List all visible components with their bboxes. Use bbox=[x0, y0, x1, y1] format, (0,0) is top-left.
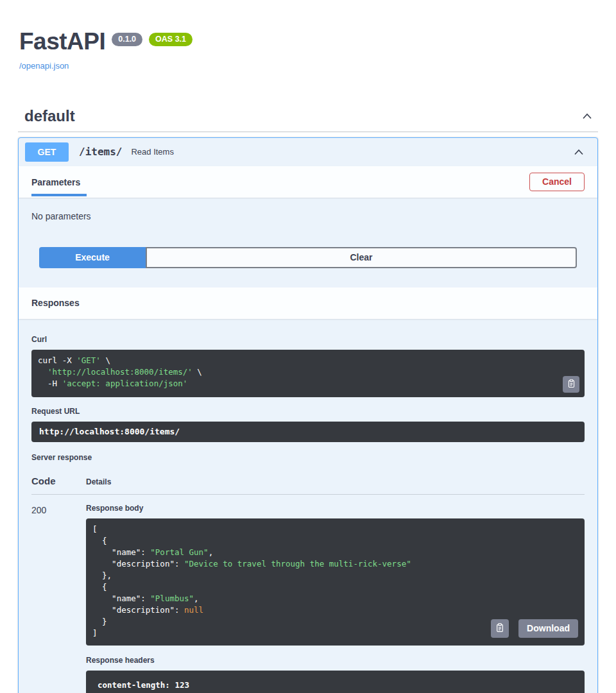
operation-block-get-items: GET /items/ Read Items Parameters Cancel… bbox=[18, 137, 598, 693]
copy-response-button[interactable] bbox=[491, 619, 509, 638]
collapse-operation-button[interactable] bbox=[570, 144, 587, 160]
oas-badge: OAS 3.1 bbox=[149, 33, 193, 46]
chevron-up-icon bbox=[580, 116, 594, 125]
request-url-label: Request URL bbox=[31, 407, 585, 416]
curl-command-block: curl -X 'GET' \ 'http://localhost:8000/i… bbox=[31, 350, 585, 397]
collapse-section-button[interactable] bbox=[579, 108, 595, 124]
download-button[interactable]: Download bbox=[518, 619, 578, 638]
chevron-up-icon bbox=[572, 151, 586, 161]
version-badge: 0.1.0 bbox=[112, 33, 142, 46]
openapi-spec-link[interactable]: /openapi.json bbox=[19, 61, 69, 71]
http-method-badge: GET bbox=[25, 142, 69, 162]
response-headers-label: Response headers bbox=[86, 656, 585, 665]
api-info-header: FastAPI 0.1.0 OAS 3.1 /openapi.json bbox=[18, 30, 598, 71]
execute-row: Execute Clear bbox=[31, 247, 585, 268]
swagger-ui-page: FastAPI 0.1.0 OAS 3.1 /openapi.json defa… bbox=[0, 0, 616, 693]
tab-parameters[interactable]: Parameters bbox=[31, 167, 87, 196]
server-response-label: Server response bbox=[31, 453, 585, 462]
response-row-200: 200 Response body [ { "name": "Portal Gu… bbox=[31, 495, 585, 693]
response-body-label: Response body bbox=[86, 504, 585, 513]
api-title: FastAPI bbox=[19, 30, 105, 55]
execute-button[interactable]: Execute bbox=[39, 247, 146, 268]
clipboard-icon bbox=[495, 622, 505, 635]
code-column-header: Code bbox=[31, 475, 86, 486]
copy-curl-button[interactable] bbox=[563, 376, 579, 393]
curl-command-text: curl -X 'GET' \ 'http://localhost:8000/i… bbox=[38, 355, 578, 389]
parameters-section-header: Parameters Cancel bbox=[19, 166, 597, 198]
response-table-header: Code Details bbox=[31, 468, 585, 495]
tag-section-header[interactable]: default bbox=[18, 103, 598, 132]
tag-section-default: default GET /items/ Read Items Paramet bbox=[18, 103, 598, 693]
tag-name: default bbox=[24, 107, 75, 125]
cancel-button[interactable]: Cancel bbox=[529, 173, 585, 191]
response-headers-text: content-length: 123 content-type: applic… bbox=[98, 679, 573, 693]
response-details-cell: Response body [ { "name": "Portal Gun", … bbox=[86, 504, 585, 693]
operation-summary[interactable]: GET /items/ Read Items bbox=[19, 138, 597, 166]
response-headers-block: content-length: 123 content-type: applic… bbox=[86, 671, 585, 693]
server-response-table: Code Details 200 Response body [ { "name… bbox=[31, 468, 585, 693]
request-url-value: http://localhost:8000/items/ bbox=[31, 422, 585, 442]
operation-description: Read Items bbox=[131, 147, 173, 157]
responses-body: Curl curl -X 'GET' \ 'http://localhost:8… bbox=[19, 319, 597, 693]
parameters-body: No parameters Execute Clear bbox=[19, 198, 597, 287]
details-column-header: Details bbox=[86, 477, 111, 486]
no-parameters-text: No parameters bbox=[31, 211, 585, 221]
response-body-actions: Download bbox=[491, 619, 578, 638]
clipboard-icon bbox=[567, 379, 576, 390]
status-code: 200 bbox=[31, 504, 86, 693]
operation-path: /items/ bbox=[79, 146, 122, 158]
curl-label: Curl bbox=[31, 335, 585, 344]
clear-button[interactable]: Clear bbox=[146, 247, 577, 268]
response-body-block: [ { "name": "Portal Gun", "description":… bbox=[86, 518, 585, 646]
api-title-row: FastAPI 0.1.0 OAS 3.1 bbox=[18, 30, 598, 55]
responses-section-header: Responses bbox=[19, 287, 597, 319]
responses-section-title: Responses bbox=[31, 298, 80, 308]
